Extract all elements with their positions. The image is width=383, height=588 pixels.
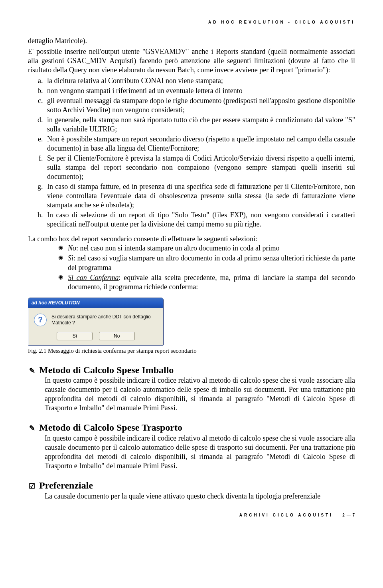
pencil-icon: [28, 421, 36, 434]
figure-caption: Fig. 2.1 Messaggio di richiesta conferma…: [28, 347, 355, 355]
section-heading: Preferenziale: [39, 479, 93, 492]
option-label: Si con Conferma: [68, 274, 118, 282]
combo-intro: La combo box del report secondario conse…: [28, 234, 355, 244]
section-heading: Metodo di Calcolo Spese Imballo: [39, 364, 174, 376]
confirm-dialog: ad hoc REVOLUTION ? Si desidera stampare…: [28, 298, 164, 346]
question-icon: ?: [34, 314, 47, 326]
section-preferenziale: Preferenziale La causale documento per l…: [28, 479, 355, 501]
dialog-message: Si desidera stampare anche DDT con detta…: [51, 314, 158, 326]
list-item: la dicitura relativa al Contributo CONAI…: [45, 76, 355, 85]
option-label: Sì: [68, 254, 73, 262]
list-item: non vengono stampati i riferimenti ad un…: [45, 86, 355, 95]
section-body: In questo campo è possibile indicare il …: [28, 376, 355, 413]
section-imballo: Metodo di Calcolo Spese Imballo In quest…: [28, 364, 355, 413]
list-item: Se per il Cliente/Fornitore è prevista l…: [45, 154, 355, 181]
pencil-icon: [28, 364, 36, 376]
list-item: gli eventuali messaggi da stampare dopo …: [45, 96, 355, 115]
yes-button[interactable]: Sì: [57, 332, 93, 340]
footer-text: ARCHIVI CICLO ACQUISTI: [239, 513, 333, 517]
option-text: : nel caso non si intenda stampare un al…: [76, 244, 279, 252]
section-trasporto: Metodo di Calcolo Spese Trasporto In que…: [28, 421, 355, 471]
page-footer: ARCHIVI CICLO ACQUISTI 2 — 7: [28, 513, 355, 518]
bullet-list: No: nel caso non si intenda stampare un …: [28, 244, 355, 291]
no-button[interactable]: No: [99, 332, 135, 340]
dialog-figure: ad hoc REVOLUTION ? Si desidera stampare…: [28, 298, 355, 355]
list-item: In caso di stampa fatture, ed in presenz…: [45, 182, 355, 210]
list-item: Non è possibile stampare un report secon…: [45, 135, 355, 153]
option-text: : nel caso si voglia stampare un altro d…: [68, 254, 355, 271]
lettered-list: la dicitura relativa al Contributo CONAI…: [28, 76, 355, 229]
page-number: 2 — 7: [342, 513, 355, 517]
section-body: In questo campo è possibile indicare il …: [28, 434, 355, 471]
list-item: No: nel caso non si intenda stampare un …: [60, 244, 355, 253]
page-header: AD HOC REVOLUTION - CICLO ACQUISTI: [28, 20, 355, 25]
intro-paragraph: E' possibile inserire nell'output utente…: [28, 47, 355, 75]
intro-fragment: dettaglio Matricole).: [28, 36, 355, 46]
section-body: La causale documento per la quale viene …: [28, 492, 355, 501]
section-heading: Metodo di Calcolo Spese Trasporto: [39, 421, 182, 434]
list-item: Si con Conferma: equivale alla scelta pr…: [60, 273, 355, 292]
list-item: In caso di selezione di un report di tip…: [45, 211, 355, 229]
list-item: Sì: nel caso si voglia stampare un altro…: [60, 254, 355, 272]
dialog-title: ad hoc REVOLUTION: [28, 298, 163, 308]
checkbox-icon: [28, 479, 36, 492]
option-label: No: [68, 244, 76, 252]
list-item: in generale, nella stampa non sarà ripor…: [45, 115, 355, 134]
